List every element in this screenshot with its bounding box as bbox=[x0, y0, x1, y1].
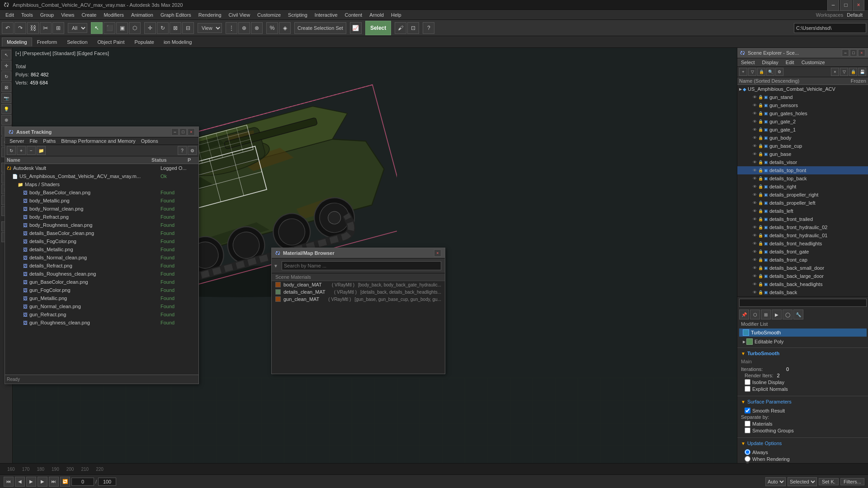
menu-tools[interactable]: Tools bbox=[18, 11, 37, 19]
curve-editor-btn[interactable]: 📈 bbox=[350, 22, 362, 34]
se-item-details-front-hydraulic-02[interactable]: 👁 🔒 ▣ details_front_hydraulic_02 bbox=[737, 223, 868, 231]
selected-dropdown[interactable]: Selected bbox=[788, 477, 817, 486]
at-item[interactable]: 🖼 body_Metallic.png Found bbox=[5, 197, 198, 205]
pb-prev[interactable]: ◀ bbox=[15, 477, 25, 487]
se-item-details-back-headlights[interactable]: 👁 🔒 ▣ details_back_headlights bbox=[737, 280, 868, 288]
at-maximize[interactable]: □ bbox=[179, 128, 187, 136]
menu-help[interactable]: Help bbox=[387, 11, 405, 19]
mod-motion[interactable]: ▶ bbox=[772, 310, 782, 319]
menu-civil-view[interactable]: Civil View bbox=[225, 11, 254, 19]
pb-loop[interactable]: 🔁 bbox=[60, 477, 70, 487]
at-item[interactable]: 🖼 body_Refract.png Found bbox=[5, 213, 198, 221]
ts-surface-header[interactable]: ▼ Surface Parameters bbox=[737, 398, 868, 405]
se-filter[interactable]: ▽ bbox=[748, 68, 756, 76]
menu-rendering[interactable]: Rendering bbox=[195, 11, 225, 19]
rotate-btn[interactable]: ↻ bbox=[157, 22, 169, 34]
se-item-gun-body[interactable]: 👁 🔒 ▣ gun_body bbox=[737, 134, 868, 142]
filters-btn[interactable]: Filters... bbox=[840, 478, 864, 485]
at-item[interactable]: 🖼 details_Refract.png Found bbox=[5, 262, 198, 270]
menu-customize[interactable]: Customize bbox=[254, 11, 284, 19]
bind-btn[interactable]: ⊞ bbox=[52, 22, 64, 34]
lt-helper[interactable]: ⊕ bbox=[1, 115, 11, 125]
se-close[interactable]: × bbox=[858, 49, 865, 56]
at-item[interactable]: 🖼 gun_Roughness_clean.png Found bbox=[5, 319, 198, 327]
se-item-details-propeller-left[interactable]: 👁 🔒 ▣ details_propeller_left bbox=[737, 199, 868, 207]
at-item[interactable]: 🖼 gun_Normal_clean.png Found bbox=[5, 302, 198, 310]
auto-dropdown[interactable]: Auto bbox=[765, 477, 786, 486]
lt-scale[interactable]: ⊠ bbox=[1, 82, 11, 92]
menu-graph-editors[interactable]: Graph Editors bbox=[157, 11, 195, 19]
select-fence-btn[interactable]: ⬡ bbox=[129, 22, 141, 34]
at-item[interactable]: 🖼 body_Roughness_clean.png Found bbox=[5, 221, 198, 229]
menu-views[interactable]: Views bbox=[57, 11, 78, 19]
filter-dropdown[interactable]: All bbox=[68, 23, 87, 33]
se-item-gun-base-cup[interactable]: 👁 🔒 ▣ gun_base_cup bbox=[737, 142, 868, 150]
se-lock2[interactable]: 🔒 bbox=[849, 68, 857, 76]
lt-camera[interactable]: 📷 bbox=[1, 93, 11, 103]
ts-smooth-cb[interactable] bbox=[745, 408, 750, 413]
menu-animation[interactable]: Animation bbox=[127, 11, 157, 19]
tab-freeform[interactable]: Freeform bbox=[32, 38, 62, 47]
percent-btn[interactable]: % bbox=[266, 22, 278, 34]
lt-rotate[interactable]: ↻ bbox=[1, 71, 11, 81]
modifier-name-input[interactable]: details_top_front bbox=[739, 299, 867, 307]
tab-populate[interactable]: Populate bbox=[129, 38, 159, 47]
at-item[interactable]: 🖼 details_Normal_clean.png Found bbox=[5, 253, 198, 262]
se-item-gun-sensors[interactable]: 👁 🔒 ▣ gun_sensors bbox=[737, 101, 868, 109]
se-minimize[interactable]: – bbox=[842, 49, 849, 56]
mb-list[interactable]: body_clean_MAT ( VRayMtl ) [body_back, b… bbox=[272, 281, 445, 374]
pb-play[interactable]: ▶ bbox=[26, 477, 36, 487]
at-minimize[interactable]: – bbox=[171, 128, 179, 136]
mb-item-body-clean-mat[interactable]: body_clean_MAT ( VRayMtl ) [body_back, b… bbox=[272, 281, 445, 288]
help-btn[interactable]: ? bbox=[423, 22, 434, 34]
ts-normals-cb[interactable] bbox=[745, 386, 750, 392]
at-item[interactable]: 🖼 body_BaseColor_clean.png Found bbox=[5, 188, 198, 197]
menu-modifiers[interactable]: Modifiers bbox=[100, 11, 127, 19]
redo-btn[interactable]: ↷ bbox=[14, 22, 26, 34]
at-item[interactable]: 🖼 details_BaseColor_clean.png Found bbox=[5, 229, 198, 237]
timeline[interactable]: 160 170 180 190 200 210 220 bbox=[0, 464, 868, 474]
menu-group[interactable]: Group bbox=[37, 11, 58, 19]
at-menu-bitmap[interactable]: Bitmap Performance and Memory bbox=[58, 137, 138, 145]
menu-scripting[interactable]: Scripting bbox=[284, 11, 311, 19]
tab-ion-modeling[interactable]: ion Modeling bbox=[159, 38, 196, 46]
at-item[interactable]: 📄 US_Amphibious_Combat_Vehicle_ACV_max_v… bbox=[5, 172, 198, 180]
ts-isoline-row[interactable]: Isoline Display bbox=[741, 379, 865, 385]
snap-btn[interactable]: ⊕ bbox=[238, 22, 250, 34]
move-btn[interactable]: ✛ bbox=[144, 22, 156, 34]
at-item[interactable]: 🖼 details_FogColor.png Found bbox=[5, 237, 198, 245]
se-item-details-right[interactable]: 👁 🔒 ▣ details_right bbox=[737, 183, 868, 191]
menu-create[interactable]: Create bbox=[78, 11, 100, 19]
win-maximize[interactable]: □ bbox=[840, 0, 852, 11]
at-item[interactable]: 🗘 Autodesk Vault Logged O... bbox=[5, 164, 198, 172]
se-select-btn[interactable]: Select bbox=[737, 58, 759, 66]
menu-interactive[interactable]: Interactive bbox=[311, 11, 341, 19]
at-close[interactable]: × bbox=[188, 128, 195, 136]
at-add[interactable]: + bbox=[17, 146, 26, 155]
ts-smoothing-cb[interactable] bbox=[745, 427, 750, 433]
se-list[interactable]: ▶ ◆ US_Amphibious_Combat_Vehicle_ACV 👁 🔒… bbox=[737, 85, 868, 296]
mod-pin[interactable]: 📌 bbox=[739, 310, 749, 319]
mod-hier[interactable]: ⊞ bbox=[761, 310, 771, 319]
se-item-details-visor[interactable]: 👁 🔒 ▣ details_visor bbox=[737, 158, 868, 166]
se-new[interactable]: + bbox=[739, 68, 747, 76]
se-lock[interactable]: 🔒 bbox=[757, 68, 765, 76]
mb-item-details-clean-mat[interactable]: details_clean_MAT ( VRayMtl ) [details_b… bbox=[272, 288, 445, 296]
modifier-editable-poly[interactable]: ▶ Editable Poly bbox=[739, 338, 867, 346]
ts-update-header[interactable]: ▼ Update Options bbox=[737, 440, 868, 447]
menu-content[interactable]: Content bbox=[341, 11, 366, 19]
menu-edit[interactable]: Edit bbox=[2, 11, 18, 19]
at-menu-file[interactable]: File bbox=[27, 137, 40, 145]
se-item-gun-gate-2[interactable]: 👁 🔒 ▣ gun_gate_2 bbox=[737, 117, 868, 126]
se-item-details-top-back[interactable]: 👁 🔒 ▣ details_top_back bbox=[737, 174, 868, 183]
at-refresh[interactable]: ↻ bbox=[7, 146, 16, 155]
se-filter2[interactable]: ▽ bbox=[840, 68, 848, 76]
mod-utility[interactable]: 🔧 bbox=[793, 310, 803, 319]
se-item-details-front-hydraulic-01[interactable]: 👁 🔒 ▣ details_front_hydraulic_01 bbox=[737, 231, 868, 239]
ts-always-row[interactable]: Always bbox=[741, 449, 865, 455]
win-minimize[interactable]: – bbox=[827, 0, 839, 11]
pb-to-end[interactable]: ⏭ bbox=[49, 477, 59, 487]
lt-move[interactable]: ✛ bbox=[1, 61, 11, 70]
se-save[interactable]: 💾 bbox=[858, 68, 866, 76]
se-display-btn[interactable]: Display bbox=[759, 58, 782, 66]
